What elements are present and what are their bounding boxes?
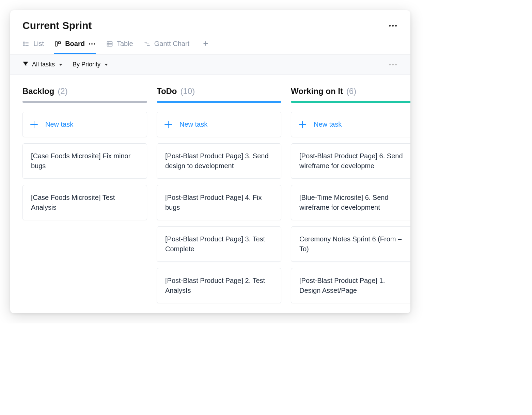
column-cards: New task [Post-Blast Product Page] 6. Se… [291, 112, 410, 303]
task-title: [Case Foods Microsite] Test Analysis [31, 194, 115, 211]
svg-rect-6 [56, 42, 58, 46]
caret-down-icon [105, 64, 108, 66]
caret-down-icon [59, 64, 62, 66]
page-title: Current Sprint [22, 20, 92, 31]
task-card[interactable]: Ceremony Notes Sprint 6 (From – To) [291, 226, 410, 262]
column-rule [22, 101, 147, 103]
task-card[interactable]: [Case Foods Microsite] Test Analysis [22, 185, 147, 220]
table-icon [106, 40, 113, 48]
add-view-button[interactable]: + [200, 36, 212, 54]
filter-group-label: By Priority [73, 61, 100, 68]
column-backlog: Backlog (2) New task [Case Foods Microsi… [22, 86, 147, 313]
new-task-button[interactable]: New task [157, 112, 281, 137]
task-card[interactable]: [Post-Blast Product Page] 1. Design Asse… [291, 268, 410, 303]
filter-bar: All tasks By Priority [10, 54, 410, 75]
task-card[interactable]: [Post-Blast Product Page] 6. Send wirefr… [291, 143, 410, 179]
column-title: Working on It [291, 86, 343, 96]
board-icon [54, 40, 62, 48]
column-header: Working on It (6) [291, 86, 410, 101]
column-count: (6) [346, 86, 356, 96]
task-card[interactable]: [Blue-Time Microsite] 6. Send wireframe … [291, 185, 410, 220]
task-card[interactable]: [Post-Blast Product Page] 4. Fix bugs [157, 185, 281, 220]
tab-label: List [33, 40, 44, 48]
task-title: [Post-Blast Product Page] 1. Design Asse… [299, 277, 385, 294]
column-todo: ToDo (10) New task [Post-Blast Product P… [157, 86, 281, 313]
task-card[interactable]: [Post-Blast Product Page] 2. Test Analys… [157, 268, 281, 303]
tab-label: Table [117, 40, 133, 48]
svg-point-2 [24, 43, 25, 44]
board-columns: Backlog (2) New task [Case Foods Microsi… [10, 75, 410, 313]
column-count: (2) [58, 86, 67, 96]
plus-icon [299, 121, 306, 128]
view-tabs: List Board Table Gantt Chart + [10, 31, 410, 54]
new-task-button[interactable]: New task [22, 112, 147, 137]
column-rule [157, 101, 281, 103]
tab-gantt[interactable]: Gantt Chart [143, 36, 189, 54]
task-title: [Post-Blast Product Page] 3. Test Comple… [165, 235, 265, 253]
task-card[interactable]: [Post-Blast Product Page] 3. Send design… [157, 143, 281, 179]
list-icon [22, 40, 30, 48]
sprint-panel: Current Sprint List Board Table [10, 10, 410, 313]
filter-tasks-label: All tasks [32, 61, 55, 68]
svg-rect-7 [59, 42, 61, 44]
filter-icon [22, 61, 29, 68]
column-rule [291, 101, 410, 103]
task-title: Ceremony Notes Sprint 6 (From – To) [299, 235, 402, 253]
tab-table[interactable]: Table [106, 36, 133, 54]
tab-board[interactable]: Board [54, 36, 96, 54]
svg-point-4 [24, 45, 25, 46]
svg-rect-9 [107, 42, 112, 46]
new-task-label: New task [314, 119, 342, 129]
task-title: [Post-Blast Product Page] 3. Send design… [165, 152, 269, 170]
new-task-button[interactable]: New task [291, 112, 410, 137]
task-card[interactable]: [Case Foods Microsite] Fix minor bugs [22, 143, 147, 179]
tab-label: Board [65, 40, 85, 48]
new-task-label: New task [45, 119, 73, 129]
column-working: Working on It (6) New task [Post-Blast P… [291, 86, 410, 313]
task-card[interactable]: [Post-Blast Product Page] 3. Test Comple… [157, 226, 281, 262]
task-title: [Post-Blast Product Page] 4. Fix bugs [165, 194, 262, 211]
tab-list[interactable]: List [22, 36, 44, 54]
filter-tasks[interactable]: All tasks [22, 61, 62, 68]
panel-more-menu[interactable] [388, 23, 398, 28]
filter-bar-left: All tasks By Priority [22, 61, 108, 68]
column-title: ToDo [157, 86, 177, 96]
board-columns-wrap: Backlog (2) New task [Case Foods Microsi… [10, 75, 410, 313]
svg-point-0 [24, 42, 25, 43]
task-title: [Case Foods Microsite] Fix minor bugs [31, 152, 130, 170]
column-cards: New task [Post-Blast Product Page] 3. Se… [157, 112, 281, 303]
plus-icon [165, 121, 172, 128]
column-cards: New task [Case Foods Microsite] Fix mino… [22, 112, 147, 220]
filter-group[interactable]: By Priority [73, 61, 108, 68]
tab-board-more[interactable] [88, 43, 96, 45]
task-title: [Post-Blast Product Page] 6. Send wirefr… [299, 152, 403, 170]
task-title: [Blue-Time Microsite] 6. Send wireframe … [299, 194, 389, 211]
plus-icon [30, 121, 38, 128]
task-title: [Post-Blast Product Page] 2. Test Analys… [165, 277, 265, 294]
new-task-label: New task [179, 119, 207, 129]
plus-icon: + [203, 38, 208, 48]
filterbar-more-menu[interactable] [388, 62, 398, 67]
column-header: ToDo (10) [157, 86, 281, 101]
column-title: Backlog [22, 86, 54, 96]
column-count: (10) [181, 86, 195, 96]
column-header: Backlog (2) [22, 86, 147, 101]
gantt-icon [143, 40, 151, 48]
tab-label: Gantt Chart [154, 40, 189, 48]
panel-header: Current Sprint [10, 10, 410, 31]
